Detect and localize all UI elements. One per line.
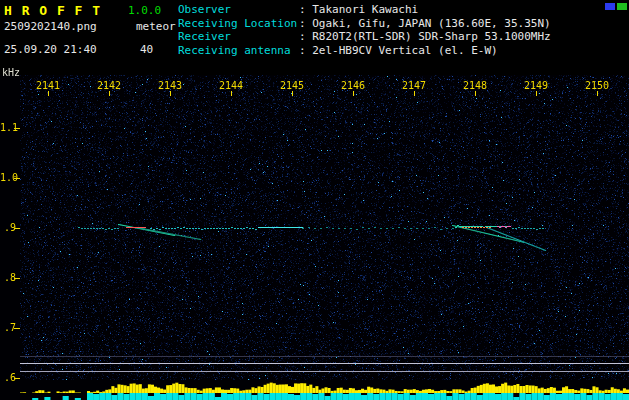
info-label: Receiving antenna: [178, 44, 299, 58]
info-value: Ogaki, Gifu, JAPAN (136.60E, 35.35N): [312, 17, 550, 30]
freq-tick-label: .8: [0, 272, 16, 283]
info-value: R820T2(RTL-SDR) SDR-Sharp 53.1000MHz: [312, 30, 550, 43]
hrofft-spectrogram-window: H R O F F T 1.0.0 2509202140.png meteor …: [0, 0, 629, 400]
time-tick-label: 2144: [219, 80, 243, 91]
time-tick-label: 2148: [463, 80, 487, 91]
time-tick-label: 2143: [158, 80, 182, 91]
spectrogram-canvas: [0, 75, 629, 400]
station-info: Observer: Takanori Kawachi Receiving Loc…: [178, 3, 551, 57]
info-value: 2el-HB9CV Vertical (el. E-W): [312, 44, 497, 57]
info-separator: :: [299, 17, 312, 30]
time-tick-label: 2142: [97, 80, 121, 91]
info-label: Receiving Location: [178, 17, 299, 31]
output-filename: 2509202140.png: [4, 20, 97, 33]
time-tick-label: 2149: [524, 80, 548, 91]
status-indicator-blue: [605, 3, 615, 10]
info-row-observer: Observer: Takanori Kawachi: [178, 3, 551, 17]
freq-tick-label: .9: [0, 222, 16, 233]
observation-mode: meteor: [136, 20, 176, 33]
app-title: H R O F F T: [4, 3, 101, 18]
echo-count: 40: [140, 43, 153, 56]
info-separator: :: [299, 30, 312, 43]
status-indicator-green: [617, 3, 627, 10]
header-bar: H R O F F T 1.0.0 2509202140.png meteor …: [0, 0, 629, 75]
freq-tick-label: 1.0: [0, 172, 16, 183]
time-tick-label: 2150: [585, 80, 609, 91]
app-version: 1.0.0: [128, 4, 161, 17]
time-tick-label: 2141: [36, 80, 60, 91]
info-separator: :: [299, 44, 312, 57]
time-tick-label: 2147: [402, 80, 426, 91]
info-label: Receiver: [178, 30, 299, 44]
info-row-antenna: Receiving antenna: 2el-HB9CV Vertical (e…: [178, 44, 551, 58]
time-tick-label: 2146: [341, 80, 365, 91]
info-row-receiver: Receiver: R820T2(RTL-SDR) SDR-Sharp 53.1…: [178, 30, 551, 44]
info-separator: :: [299, 3, 312, 16]
frequency-axis-unit: kHz: [2, 67, 20, 78]
freq-tick-label: .6: [0, 372, 16, 383]
freq-tick-label: .7: [0, 322, 16, 333]
info-row-location: Receiving Location: Ogaki, Gifu, JAPAN (…: [178, 17, 551, 31]
freq-tick-label: 1.1: [0, 122, 16, 133]
info-label: Observer: [178, 3, 299, 17]
info-value: Takanori Kawachi: [312, 3, 418, 16]
time-tick-label: 2145: [280, 80, 304, 91]
observation-datetime: 25.09.20 21:40: [4, 43, 97, 56]
